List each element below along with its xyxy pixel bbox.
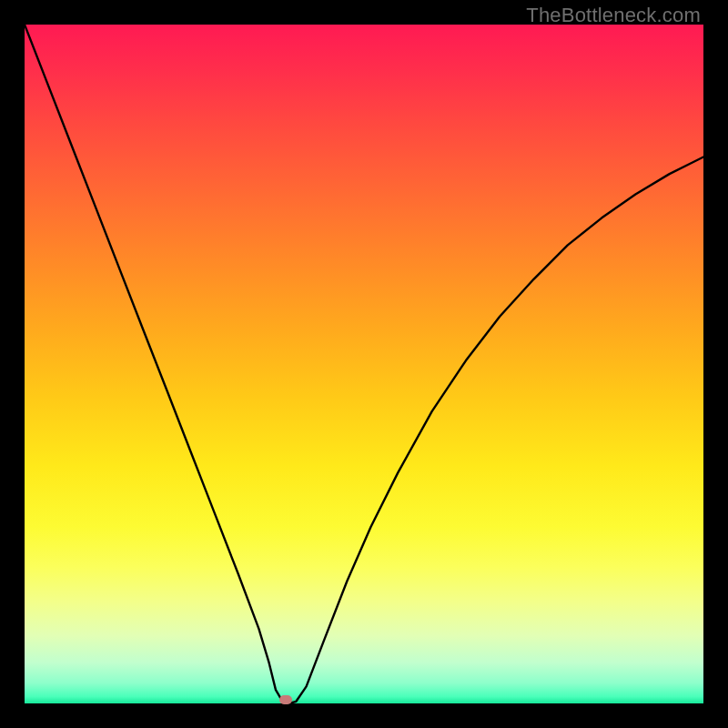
bottleneck-curve	[25, 25, 703, 703]
plot-area	[25, 25, 703, 703]
minimum-dot	[279, 695, 292, 704]
chart-frame: TheBottleneck.com	[0, 0, 728, 728]
